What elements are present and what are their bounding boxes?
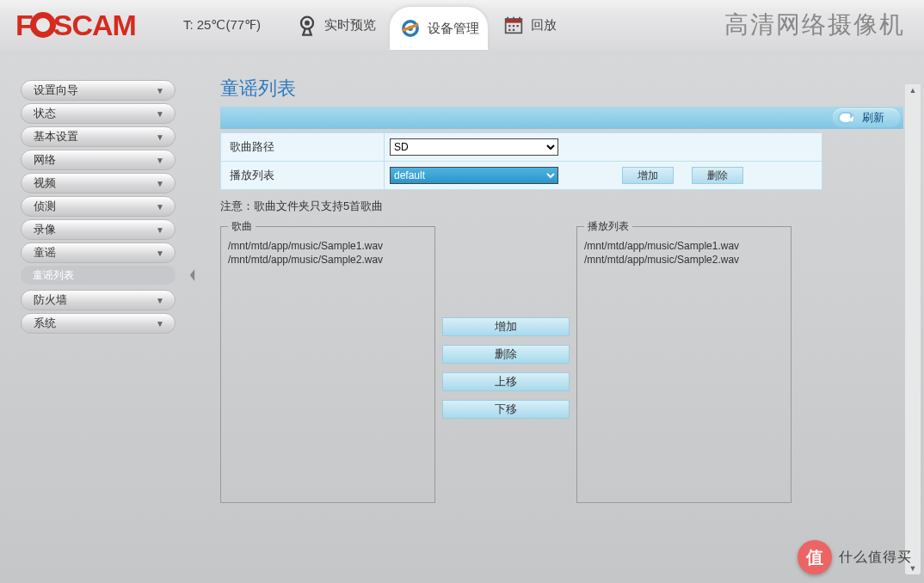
sidebar-item-video[interactable]: 视频▼ xyxy=(21,173,176,193)
toolbar: 刷新 xyxy=(220,107,903,129)
brand-logo: FSCAM xyxy=(15,9,136,42)
chevron-down-icon: ▼ xyxy=(156,296,164,305)
tab-playback-label: 回放 xyxy=(531,17,557,34)
chevron-down-icon: ▼ xyxy=(156,319,164,328)
tab-preview-label: 实时预览 xyxy=(324,17,376,34)
svg-point-1 xyxy=(305,21,310,26)
gear-icon xyxy=(398,16,422,40)
playlist-list-box: 播放列表 /mnt/mtd/app/music/Sample1.wav /mnt… xyxy=(576,219,792,503)
sidebar-item-status[interactable]: 状态▼ xyxy=(21,103,176,124)
playlist-select[interactable]: default xyxy=(390,167,558,184)
tab-manage[interactable]: 设备管理 xyxy=(390,7,488,50)
chevron-down-icon: ▼ xyxy=(156,225,164,235)
songs-legend: 歌曲 xyxy=(228,219,256,234)
add-song-button[interactable]: 增加 xyxy=(442,317,570,336)
sidebar: 设置向导▼ 状态▼ 基本设置▼ 网络▼ 视频▼ 侦测▼ 录像▼ 童谣▼ 童谣列表… xyxy=(0,50,194,583)
page-title: 童谣列表 xyxy=(220,76,903,101)
song-item[interactable]: /mnt/mtd/app/music/Sample1.wav xyxy=(228,239,428,253)
sidebar-item-network[interactable]: 网络▼ xyxy=(21,150,176,170)
app-header: FSCAM T: 25℃(77℉) 实时预览 设备管理 回放 高清网络摄像机 xyxy=(0,0,924,50)
main-tabs: 实时预览 设备管理 回放 xyxy=(286,0,565,50)
sidebar-item-nursery[interactable]: 童谣▼ xyxy=(21,242,176,263)
move-down-button[interactable]: 下移 xyxy=(442,400,570,419)
sidebar-item-record[interactable]: 录像▼ xyxy=(21,219,176,240)
sidebar-item-firewall[interactable]: 防火墙▼ xyxy=(21,290,176,310)
sidebar-subitem-nursery-list[interactable]: 童谣列表 xyxy=(21,266,176,285)
temperature-display: T: 25℃(77℉) xyxy=(183,17,261,33)
camera-icon xyxy=(295,13,319,37)
transfer-buttons: 增加 删除 上移 下移 xyxy=(442,317,570,419)
main-panel: ▲ ▼ 童谣列表 刷新 歌曲路径 SD 播放列表 default 增加 xyxy=(194,50,924,583)
watermark-icon: 值 xyxy=(798,540,832,574)
sidebar-item-wizard[interactable]: 设置向导▼ xyxy=(21,80,176,101)
app-title: 高清网络摄像机 xyxy=(724,9,905,41)
refresh-icon xyxy=(838,112,853,124)
note-text: 注意：歌曲文件夹只支持5首歌曲 xyxy=(220,199,903,214)
sidebar-item-system[interactable]: 系统▼ xyxy=(21,313,176,334)
scroll-up-icon[interactable]: ▲ xyxy=(909,86,917,95)
refresh-button[interactable]: 刷新 xyxy=(833,108,900,127)
playlist-item[interactable]: /mnt/mtd/app/music/Sample1.wav xyxy=(584,239,784,253)
settings-table: 歌曲路径 SD 播放列表 default 增加 删除 xyxy=(220,132,822,190)
calendar-icon xyxy=(502,13,526,37)
move-up-button[interactable]: 上移 xyxy=(442,372,570,391)
sidebar-item-basic[interactable]: 基本设置▼ xyxy=(21,126,176,147)
tab-manage-label: 设备管理 xyxy=(428,21,479,37)
chevron-down-icon: ▼ xyxy=(156,179,164,188)
playlist-delete-button[interactable]: 删除 xyxy=(692,167,743,184)
playlist-add-button[interactable]: 增加 xyxy=(622,167,674,184)
chevron-down-icon: ▼ xyxy=(156,86,164,95)
tab-preview[interactable]: 实时预览 xyxy=(286,3,385,46)
chevron-down-icon: ▼ xyxy=(156,109,164,119)
path-label: 歌曲路径 xyxy=(221,133,385,162)
sidebar-item-detect[interactable]: 侦测▼ xyxy=(21,196,176,217)
chevron-down-icon: ▼ xyxy=(156,202,164,212)
chevron-down-icon: ▼ xyxy=(156,132,164,142)
watermark-text: 什么值得买 xyxy=(839,549,912,567)
tab-playback[interactable]: 回放 xyxy=(493,3,565,46)
watermark: 值 什么值得买 xyxy=(798,540,912,574)
playlist-legend: 播放列表 xyxy=(584,219,632,234)
chevron-down-icon: ▼ xyxy=(156,156,164,165)
refresh-label: 刷新 xyxy=(862,110,884,126)
songs-list-box: 歌曲 /mnt/mtd/app/music/Sample1.wav /mnt/m… xyxy=(220,219,435,503)
song-item[interactable]: /mnt/mtd/app/music/Sample2.wav xyxy=(228,253,428,267)
playlist-item[interactable]: /mnt/mtd/app/music/Sample2.wav xyxy=(584,253,784,267)
playlist-label: 播放列表 xyxy=(221,162,385,190)
delete-song-button[interactable]: 删除 xyxy=(442,345,570,364)
path-select[interactable]: SD xyxy=(390,138,558,156)
chevron-down-icon: ▼ xyxy=(156,249,164,258)
scrollbar[interactable]: ▲ ▼ xyxy=(905,84,921,574)
